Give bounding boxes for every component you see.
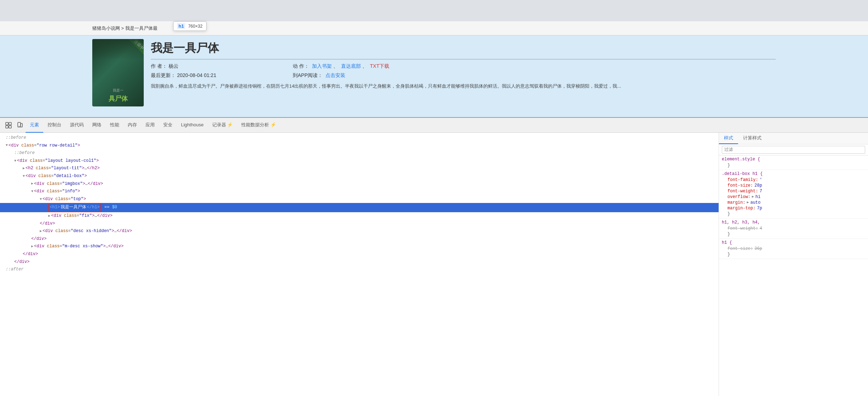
webpage-preview: 连载中 我是一 具尸体 我是一具尸体 作 者： 杨云 动 作： 加入书架、 直达… bbox=[0, 35, 868, 117]
dom-line-top: ▼ <div class="top" > bbox=[0, 196, 719, 203]
dom-line-imgbox: ▶ <div class="imgbox" > … </div> bbox=[0, 180, 719, 188]
dom-line-row-detail: ▼ <div class="row row-detail" > bbox=[0, 142, 719, 150]
devtools-body: ::before ▼ <div class="row row-detail" >… bbox=[0, 133, 868, 396]
tab-sources[interactable]: 源代码 bbox=[66, 118, 88, 133]
tab-security[interactable]: 安全 bbox=[159, 118, 177, 133]
dom-line-fix: ▶ <div class="fix" > … </div> bbox=[0, 212, 719, 220]
action-add-shelf[interactable]: 加入书架 bbox=[312, 63, 332, 69]
styles-panel: 样式 计算样式 element.style { } .detail-box h1… bbox=[719, 133, 868, 396]
update-label: 最后更新： bbox=[151, 72, 176, 78]
dom-line-before2: ::before bbox=[0, 149, 719, 157]
dom-line-close-detail-box: </div> bbox=[0, 251, 719, 258]
tab-console[interactable]: 控制台 bbox=[43, 118, 66, 133]
tooltip-tag: h1 bbox=[177, 23, 185, 29]
tab-elements[interactable]: 元素 bbox=[26, 118, 43, 133]
tooltip-size: 760×32 bbox=[188, 24, 202, 29]
dom-line-mdesc: ▶ <div class="m-desc xs-show" > … </div> bbox=[0, 243, 719, 251]
styles-filter-input[interactable] bbox=[722, 146, 865, 154]
browser-chrome bbox=[0, 0, 868, 21]
app-install[interactable]: 点击安装 bbox=[325, 72, 345, 78]
dom-line-h1-selected[interactable]: <h1>我是一具尸体</h1> == $0 bbox=[0, 203, 719, 212]
meta-author: 作 者： 杨云 bbox=[151, 63, 293, 70]
svg-rect-3 bbox=[9, 126, 11, 128]
dom-line-after: ::after bbox=[0, 266, 719, 274]
dom-line-close-layout: </div> bbox=[0, 258, 719, 266]
breadcrumb-bar: 猪猪岛小说网 > 我是一具尸体最 h1 760×32 bbox=[0, 21, 868, 35]
dom-line-layout: ▼ <div class="layout layout-col1" > bbox=[0, 157, 719, 165]
update-date: 2020-08-04 01:21 bbox=[177, 72, 216, 78]
style-rule-headings: h1, h2, h3, h4, font-weight: 4 } bbox=[719, 219, 868, 239]
book-info: 我是一具尸体 作 者： 杨云 动 作： 加入书架、 直达底部、 TXT下载 最后… bbox=[151, 39, 776, 106]
tab-performance[interactable]: 性能 bbox=[106, 118, 123, 133]
styles-tab-computed[interactable]: 计算样式 bbox=[738, 133, 767, 144]
dom-line-h2: ▶ <h2 class="layout-tit" > … </h2> bbox=[0, 165, 719, 172]
styles-filter bbox=[719, 144, 868, 155]
breadcrumb: 猪猪岛小说网 > 我是一具尸体最 bbox=[92, 25, 158, 32]
tab-application[interactable]: 应用 bbox=[141, 118, 159, 133]
action-label: 动 作： bbox=[293, 63, 309, 69]
app-label: 到APP阅读： bbox=[293, 72, 323, 78]
tab-network[interactable]: 网络 bbox=[88, 118, 106, 133]
author-label: 作 者： bbox=[151, 63, 167, 69]
action-bottom[interactable]: 直达底部 bbox=[341, 63, 361, 69]
meta-update: 最后更新： 2020-08-04 01:21 bbox=[151, 72, 293, 79]
dom-line-close-info: </div> bbox=[0, 235, 719, 243]
svg-rect-0 bbox=[6, 122, 8, 125]
tab-memory[interactable]: 内存 bbox=[123, 118, 141, 133]
meta-app: 到APP阅读： 点击安装 bbox=[293, 72, 776, 79]
element-tooltip: h1 760×32 bbox=[173, 21, 207, 31]
style-rule-h1: h1 { font-size: 36p } bbox=[719, 239, 868, 259]
dom-line-detail-box: ▼ <div class="detail-box" > bbox=[0, 172, 719, 180]
dom-line-info: ▼ <div class="info" > bbox=[0, 188, 719, 196]
devtools-toolbar: 元素 控制台 源代码 网络 性能 内存 应用 安全 Lighthouse 记录器… bbox=[0, 118, 868, 133]
book-description: 我割腕自杀，鲜血流尽成为干尸。尸身被葬进祖传铜棺，在阴历七月14出殡的那天，怪事… bbox=[151, 82, 776, 90]
book-cover: 连载中 我是一 具尸体 bbox=[92, 39, 144, 106]
tab-perf-analysis[interactable]: 性能数据分析 ⚡ bbox=[237, 118, 280, 133]
svg-rect-2 bbox=[6, 126, 8, 128]
svg-rect-5 bbox=[21, 123, 22, 127]
author-value: 杨云 bbox=[169, 63, 178, 69]
dom-panel[interactable]: ::before ▼ <div class="row row-detail" >… bbox=[0, 133, 719, 396]
book-title: 我是一具尸体 bbox=[151, 40, 776, 60]
tab-lighthouse[interactable]: Lighthouse bbox=[177, 118, 208, 133]
meta-row-author: 作 者： 杨云 动 作： 加入书架、 直达底部、 TXT下载 bbox=[151, 63, 776, 70]
book-card: 连载中 我是一 具尸体 我是一具尸体 作 者： 杨云 动 作： 加入书架、 直达… bbox=[92, 39, 776, 106]
styles-tabs: 样式 计算样式 bbox=[719, 133, 868, 144]
devtools-panel: 元素 控制台 源代码 网络 性能 内存 应用 安全 Lighthouse 记录器… bbox=[0, 117, 868, 396]
dom-line-before1: ::before bbox=[0, 134, 719, 142]
style-rule-element: element.style { } bbox=[719, 155, 868, 170]
dom-line-desc: ▶ <div class="desc xs-hidden" > … </div> bbox=[0, 227, 719, 235]
meta-actions: 动 作： 加入书架、 直达底部、 TXT下载 bbox=[293, 63, 776, 70]
dom-line-close-top: </div> bbox=[0, 220, 719, 228]
style-rule-detail-box-h1: .detail-box h1 { font-family: ' font-siz… bbox=[719, 170, 868, 219]
svg-rect-1 bbox=[9, 122, 11, 125]
device-toolbar-icon[interactable] bbox=[14, 120, 26, 131]
meta-row-update: 最后更新： 2020-08-04 01:21 到APP阅读： 点击安装 bbox=[151, 72, 776, 79]
inspect-element-icon[interactable] bbox=[3, 120, 14, 131]
action-download[interactable]: TXT下载 bbox=[370, 63, 389, 69]
styles-tab-styles[interactable]: 样式 bbox=[719, 133, 738, 144]
tab-recorder[interactable]: 记录器 ⚡ bbox=[208, 118, 237, 133]
